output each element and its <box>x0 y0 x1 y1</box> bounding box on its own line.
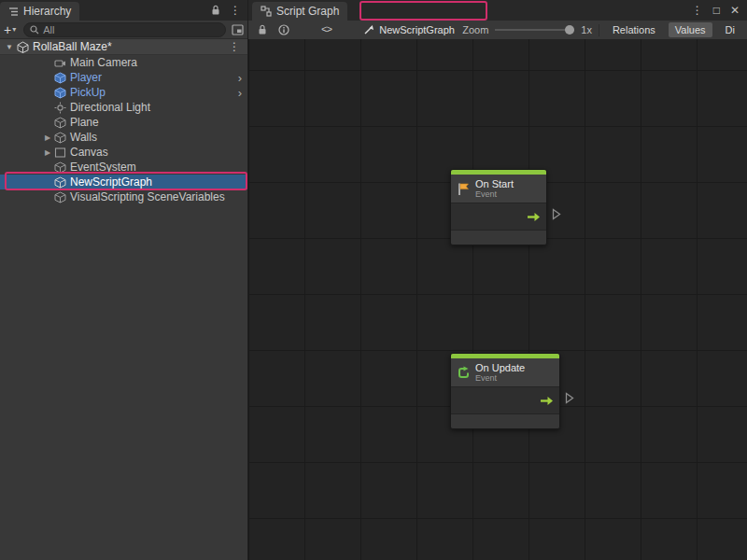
list-item-pickup[interactable]: PickUp › <box>0 85 247 100</box>
window-controls: ⋮ □ ✕ <box>692 0 747 21</box>
node-flow-row <box>451 203 546 231</box>
node-footer <box>451 231 546 245</box>
relations-toggle[interactable]: Relations <box>606 22 662 37</box>
item-label: Walls <box>70 131 97 144</box>
script-graph-asset-icon <box>363 24 374 35</box>
light-icon <box>54 102 66 114</box>
hierarchy-tabbar: Hierarchy ⋮ <box>0 0 247 21</box>
prefab-cube-icon <box>54 72 66 84</box>
values-toggle[interactable]: Values <box>669 22 712 37</box>
item-label: Plane <box>70 116 99 129</box>
zoom-slider-track <box>495 29 574 31</box>
info-icon[interactable] <box>278 24 289 35</box>
list-item-canvas[interactable]: ▶ Canvas <box>0 145 247 160</box>
scene-header[interactable]: ▼ RollaBall Maze* ⋮ <box>0 39 247 55</box>
kebab-menu-icon[interactable]: ⋮ <box>692 5 703 16</box>
node-header: On Update Event <box>451 358 559 387</box>
hierarchy-tree: ▼ RollaBall Maze* ⋮ Main Camera Player › <box>0 39 247 204</box>
prefab-open-chevron-icon[interactable]: › <box>238 86 247 100</box>
graph-toolbar: <> NewScriptGraph Zoom 1x Relations Valu… <box>248 21 747 39</box>
tab-hierarchy-label: Hierarchy <box>23 5 71 18</box>
graph-toolbar-right: Zoom 1x Relations Values Di <box>462 22 741 37</box>
node-header: On Start Event <box>451 175 546 203</box>
item-label: Main Camera <box>70 56 137 69</box>
loop-icon <box>457 366 471 380</box>
list-item-directional-light[interactable]: Directional Light <box>0 100 247 115</box>
node-title: On Start <box>475 178 514 189</box>
node-on-update[interactable]: On Update Event <box>450 353 560 429</box>
flow-arrow-icon <box>540 396 554 406</box>
tab-script-graph[interactable]: Script Graph <box>252 2 347 21</box>
gameobject-cube-icon <box>54 161 66 174</box>
kebab-menu-icon[interactable]: ⋮ <box>230 5 241 16</box>
hierarchy-toolbar: + ▾ All <box>0 21 247 39</box>
gameobject-cube-icon <box>54 176 66 189</box>
zoom-value: 1x <box>581 24 592 35</box>
output-port[interactable] <box>552 208 561 220</box>
item-label: Directional Light <box>70 101 150 114</box>
zoom-label: Zoom <box>462 24 488 35</box>
graph-name-label: NewScriptGraph <box>379 24 455 35</box>
foldout-closed-icon[interactable]: ▶ <box>41 148 54 157</box>
output-port[interactable] <box>565 392 574 404</box>
scene-kebab-icon[interactable]: ⋮ <box>229 41 247 52</box>
chevron-down-icon: ▾ <box>12 25 16 34</box>
graph-canvas[interactable]: On Start Event On Updat <box>248 39 747 560</box>
item-label: EventSystem <box>70 161 136 174</box>
item-label: Canvas <box>70 146 108 159</box>
search-filter-label: All <box>43 24 54 35</box>
camera-icon <box>54 57 66 69</box>
flow-arrow-icon <box>527 212 541 222</box>
foldout-closed-icon[interactable]: ▶ <box>41 133 54 142</box>
script-graph-tab-icon <box>261 6 272 17</box>
dim-toggle[interactable]: Di <box>719 22 741 37</box>
flag-icon <box>457 182 471 196</box>
code-sign-icon[interactable]: <> <box>321 24 331 35</box>
prefab-open-chevron-icon[interactable]: › <box>238 71 247 85</box>
hierarchy-panel: Hierarchy ⋮ + ▾ All ▼ Ro <box>0 0 247 560</box>
search-input[interactable]: All <box>23 22 226 37</box>
hierarchy-tab-controls: ⋮ <box>204 0 247 21</box>
hierarchy-list-icon <box>8 7 19 17</box>
list-item-main-camera[interactable]: Main Camera <box>0 55 247 70</box>
list-item-newscriptgraph[interactable]: NewScriptGraph <box>0 175 247 189</box>
item-label: Player <box>70 71 102 84</box>
close-icon[interactable]: ✕ <box>730 5 740 16</box>
list-item-player[interactable]: Player › <box>0 70 247 85</box>
node-subtitle: Event <box>475 373 525 383</box>
list-item-plane[interactable]: Plane <box>0 115 247 130</box>
graph-tabbar: Script Graph ⋮ □ ✕ <box>248 0 747 21</box>
lock-icon[interactable] <box>211 5 220 16</box>
gameobject-cube-icon <box>54 132 66 144</box>
unity-logo-icon <box>17 41 29 53</box>
script-graph-panel: Script Graph ⋮ □ ✕ <> NewScriptGraph Zoo… <box>247 0 747 560</box>
foldout-open-icon[interactable]: ▼ <box>4 43 15 51</box>
tab-script-graph-label: Script Graph <box>276 5 339 18</box>
scene-name: RollaBall Maze* <box>33 40 112 53</box>
node-title: On Update <box>475 362 525 373</box>
add-object-button[interactable]: + ▾ <box>4 22 16 37</box>
picker-icon[interactable] <box>232 24 244 35</box>
gameobject-cube-icon <box>54 191 66 203</box>
list-item-eventsystem[interactable]: EventSystem <box>0 160 247 175</box>
node-flow-row <box>451 387 559 414</box>
toolbar-divider <box>599 24 599 36</box>
list-item-walls[interactable]: ▶ Walls <box>0 130 247 145</box>
maximize-icon[interactable]: □ <box>713 5 720 16</box>
zoom-slider-handle[interactable] <box>565 25 574 35</box>
item-label: NewScriptGraph <box>70 175 152 189</box>
lock-icon[interactable] <box>258 24 267 35</box>
item-label: PickUp <box>70 86 106 99</box>
zoom-slider[interactable] <box>495 24 574 35</box>
search-icon <box>30 25 39 35</box>
prefab-cube-icon <box>54 87 66 99</box>
node-subtitle: Event <box>475 189 514 199</box>
item-label: VisualScripting SceneVariables <box>70 190 225 203</box>
node-on-start[interactable]: On Start Event <box>450 169 547 245</box>
tab-hierarchy[interactable]: Hierarchy <box>0 2 79 21</box>
node-footer <box>451 414 559 428</box>
graph-name-button[interactable]: NewScriptGraph <box>363 24 455 35</box>
list-item-visualscripting-scenevariables[interactable]: VisualScripting SceneVariables <box>0 189 247 204</box>
gameobject-cube-icon <box>54 117 66 129</box>
canvas-icon <box>54 147 66 159</box>
